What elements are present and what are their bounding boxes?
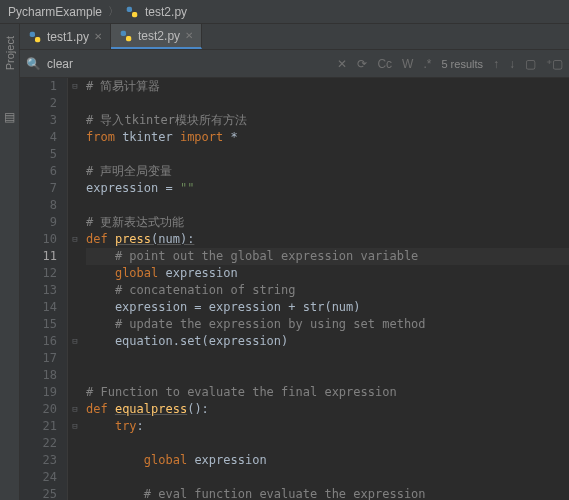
code-line[interactable]: expression = "" <box>86 180 569 197</box>
code-line[interactable]: # Function to evaluate the final express… <box>86 384 569 401</box>
line-number[interactable]: 20 <box>20 401 57 418</box>
fold-marker[interactable]: ⊟ <box>68 333 82 350</box>
breadcrumb-project[interactable]: PycharmExample <box>8 5 102 19</box>
code-line[interactable] <box>86 435 569 452</box>
code-line[interactable]: global expression <box>86 265 569 282</box>
svg-rect-3 <box>35 37 40 42</box>
tab-label: test1.py <box>47 30 89 44</box>
editor-tab[interactable]: test1.py✕ <box>20 24 111 49</box>
code-line[interactable]: expression = expression + str(num) <box>86 299 569 316</box>
code-line[interactable] <box>86 146 569 163</box>
line-number[interactable]: 18 <box>20 367 57 384</box>
select-all-icon[interactable]: ▢ <box>525 57 536 71</box>
python-file-icon <box>119 29 133 43</box>
line-number[interactable]: 6 <box>20 163 57 180</box>
line-number[interactable]: 16 <box>20 333 57 350</box>
fold-marker <box>68 95 82 112</box>
fold-marker <box>68 350 82 367</box>
code-line[interactable]: from tkinter import * <box>86 129 569 146</box>
line-number[interactable]: 3 <box>20 112 57 129</box>
code-line[interactable]: # 导入tkinter模块所有方法 <box>86 112 569 129</box>
tool-window-rail: Project ▤ <box>0 24 20 500</box>
code-line[interactable]: global expression <box>86 452 569 469</box>
editor-tab[interactable]: test2.py✕ <box>111 24 202 49</box>
fold-marker[interactable]: ⊟ <box>68 418 82 435</box>
fold-column: ⊟⊟⊟⊟⊟ <box>68 78 82 500</box>
fold-marker <box>68 435 82 452</box>
line-number[interactable]: 9 <box>20 214 57 231</box>
folder-icon[interactable]: ▤ <box>4 110 15 124</box>
svg-rect-1 <box>132 12 137 17</box>
line-number[interactable]: 7 <box>20 180 57 197</box>
add-selection-icon[interactable]: ⁺▢ <box>546 57 563 71</box>
next-match-icon[interactable]: ↓ <box>509 57 515 71</box>
editor[interactable]: 1234567891011121314151617181920212223242… <box>20 78 569 500</box>
fold-marker <box>68 112 82 129</box>
code-line[interactable]: equation.set(expression) <box>86 333 569 350</box>
code-line[interactable] <box>86 350 569 367</box>
code-line[interactable]: # 更新表达式功能 <box>86 214 569 231</box>
code-line[interactable]: # 声明全局变量 <box>86 163 569 180</box>
code-area[interactable]: # 简易计算器# 导入tkinter模块所有方法from tkinter imp… <box>82 78 569 500</box>
prev-match-icon[interactable]: ↑ <box>493 57 499 71</box>
line-number[interactable]: 22 <box>20 435 57 452</box>
search-icon: 🔍 <box>26 57 41 71</box>
code-line[interactable]: # update the expression by using set met… <box>86 316 569 333</box>
line-number[interactable]: 15 <box>20 316 57 333</box>
close-find-icon[interactable]: ✕ <box>337 57 347 71</box>
code-line[interactable]: # eval function evaluate the expression <box>86 486 569 500</box>
line-number[interactable]: 8 <box>20 197 57 214</box>
regex-toggle[interactable]: .* <box>423 57 431 71</box>
fold-marker <box>68 316 82 333</box>
chevron-right-icon: 〉 <box>108 4 119 19</box>
python-file-icon <box>28 30 42 44</box>
line-number[interactable]: 21 <box>20 418 57 435</box>
fold-marker <box>68 163 82 180</box>
svg-rect-4 <box>121 30 126 35</box>
line-number[interactable]: 10 <box>20 231 57 248</box>
fold-marker <box>68 197 82 214</box>
line-number[interactable]: 25 <box>20 486 57 500</box>
line-number[interactable]: 11 <box>20 248 57 265</box>
fold-marker[interactable]: ⊟ <box>68 78 82 95</box>
code-line[interactable] <box>86 469 569 486</box>
project-tool-button[interactable]: Project <box>4 36 16 70</box>
code-line[interactable]: def press(num): <box>86 231 569 248</box>
code-line[interactable]: # 简易计算器 <box>86 78 569 95</box>
line-number[interactable]: 12 <box>20 265 57 282</box>
close-tab-icon[interactable]: ✕ <box>185 30 193 41</box>
code-line[interactable]: try: <box>86 418 569 435</box>
fold-marker[interactable]: ⊟ <box>68 231 82 248</box>
line-number[interactable]: 19 <box>20 384 57 401</box>
line-number[interactable]: 17 <box>20 350 57 367</box>
refresh-icon[interactable]: ⟳ <box>357 57 367 71</box>
close-tab-icon[interactable]: ✕ <box>94 31 102 42</box>
find-results-count: 5 results <box>441 58 483 70</box>
fold-marker <box>68 299 82 316</box>
breadcrumb: PycharmExample 〉 test2.py <box>0 0 569 24</box>
breadcrumb-file[interactable]: test2.py <box>145 5 187 19</box>
fold-marker <box>68 265 82 282</box>
code-line[interactable]: # concatenation of string <box>86 282 569 299</box>
line-number[interactable]: 24 <box>20 469 57 486</box>
fold-marker[interactable]: ⊟ <box>68 401 82 418</box>
line-number[interactable]: 5 <box>20 146 57 163</box>
line-number[interactable]: 2 <box>20 95 57 112</box>
code-line[interactable] <box>86 367 569 384</box>
line-number[interactable]: 23 <box>20 452 57 469</box>
fold-marker <box>68 282 82 299</box>
match-case-toggle[interactable]: Cc <box>377 57 392 71</box>
find-input[interactable] <box>47 57 327 71</box>
line-number[interactable]: 14 <box>20 299 57 316</box>
fold-marker <box>68 214 82 231</box>
line-number[interactable]: 4 <box>20 129 57 146</box>
code-line[interactable] <box>86 197 569 214</box>
words-toggle[interactable]: W <box>402 57 413 71</box>
editor-tabs: test1.py✕test2.py✕ <box>20 24 569 50</box>
code-line[interactable]: def equalpress(): <box>86 401 569 418</box>
code-line[interactable]: # point out the global expression variab… <box>86 248 569 265</box>
line-number[interactable]: 1 <box>20 78 57 95</box>
code-line[interactable] <box>86 95 569 112</box>
line-number[interactable]: 13 <box>20 282 57 299</box>
svg-rect-2 <box>30 31 35 36</box>
